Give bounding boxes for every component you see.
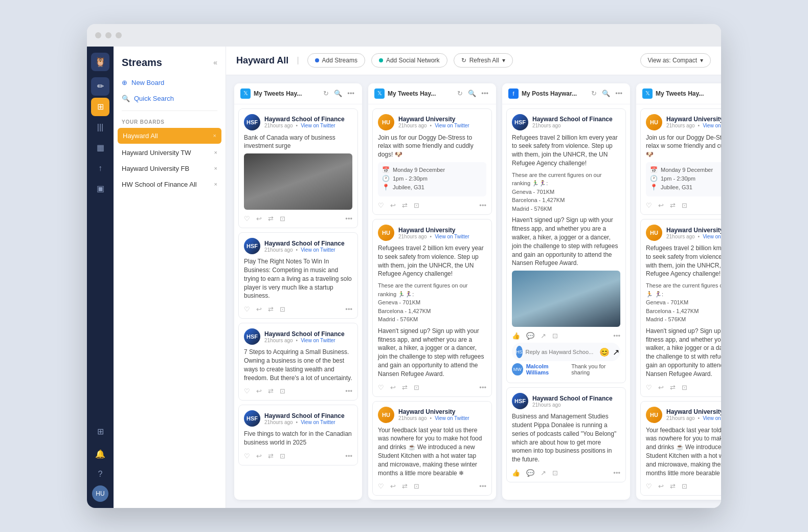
nav-calendar[interactable]: ▦ — [91, 139, 109, 157]
board-close-btn[interactable]: × — [213, 132, 216, 139]
view-on-twitter-link[interactable]: View on Twitter — [301, 419, 335, 425]
retweet-btn[interactable]: ⇄ — [402, 482, 408, 490]
view-on-twitter-link[interactable]: View on Twitter — [703, 415, 721, 421]
heart-btn[interactable]: ♡ — [244, 452, 250, 460]
view-as-btn[interactable]: View as: Compact ▾ — [640, 53, 711, 68]
nav-grid[interactable]: ⊞ — [91, 422, 109, 440]
retweet-btn[interactable]: ⇄ — [268, 305, 274, 313]
col-more-btn[interactable]: ••• — [480, 88, 490, 98]
nav-reports[interactable]: ↑ — [91, 159, 109, 178]
heart-btn[interactable]: ♡ — [244, 387, 250, 395]
more-btn[interactable]: ••• — [613, 469, 620, 477]
nav-bell[interactable]: 🔔 — [91, 445, 109, 463]
emoji-btn[interactable]: 😊 — [599, 347, 610, 357]
col-refresh-btn[interactable]: ↻ — [456, 88, 464, 98]
view-on-twitter-link[interactable]: View on Twitter — [703, 123, 721, 128]
heart-btn[interactable]: ♡ — [244, 305, 250, 313]
reply-btn[interactable]: ↩ — [256, 215, 262, 223]
view-on-twitter-link[interactable]: View on Twitter — [703, 234, 721, 239]
embed-btn[interactable]: ⊡ — [414, 384, 419, 391]
more-btn[interactable]: ••• — [345, 305, 352, 313]
col-search-btn[interactable]: 🔍 — [332, 88, 344, 98]
view-on-twitter-link[interactable]: View on Twitter — [435, 415, 469, 421]
embed-btn[interactable]: ⊡ — [280, 215, 285, 223]
heart-btn[interactable]: ♡ — [244, 215, 250, 223]
send-btn[interactable]: ↗ — [613, 347, 619, 357]
embed-btn[interactable]: ⊡ — [414, 482, 419, 490]
reply-btn[interactable]: ↩ — [256, 452, 262, 460]
reply-btn[interactable]: ↩ — [658, 482, 664, 490]
like-btn[interactable]: 👍 — [512, 469, 520, 477]
embed-btn[interactable]: ⊡ — [414, 202, 419, 209]
col-search-btn[interactable]: 🔍 — [600, 88, 612, 98]
reply-btn[interactable]: ↩ — [256, 305, 262, 313]
embed-btn[interactable]: ⊡ — [280, 452, 285, 460]
heart-btn[interactable]: ♡ — [378, 482, 384, 490]
reply-btn[interactable]: ↩ — [390, 202, 396, 209]
new-board-btn[interactable]: ⊕ New Board — [114, 75, 226, 91]
embed-btn[interactable]: ⊡ — [682, 384, 687, 391]
view-on-twitter-link[interactable]: View on Twitter — [435, 234, 469, 239]
heart-btn[interactable]: ♡ — [646, 202, 652, 209]
view-on-twitter-link[interactable]: View on Twitter — [435, 123, 469, 128]
more-btn[interactable]: ••• — [479, 384, 486, 391]
board-close-btn[interactable]: × — [214, 181, 217, 187]
reply-btn[interactable]: ↩ — [256, 387, 262, 395]
retweet-btn[interactable]: ⇄ — [268, 387, 274, 395]
nav-streams[interactable]: ⊞ — [91, 98, 109, 116]
quick-search-btn[interactable]: 🔍 Quick Search — [114, 91, 226, 106]
heart-btn[interactable]: ♡ — [646, 384, 652, 391]
retweet-btn[interactable]: ⇄ — [402, 384, 408, 391]
heart-btn[interactable]: ♡ — [378, 202, 384, 209]
heart-btn[interactable]: ♡ — [378, 384, 384, 391]
reply-input[interactable] — [526, 349, 596, 355]
more-btn[interactable]: ••• — [345, 387, 352, 395]
col-search-btn[interactable]: 🔍 — [466, 88, 478, 98]
col-refresh-btn[interactable]: ↻ — [590, 88, 598, 98]
heart-btn[interactable]: ♡ — [646, 482, 652, 490]
board-item-hayward-university-fb[interactable]: Hayward University FB × — [114, 161, 226, 176]
embed-btn[interactable]: ⊡ — [552, 469, 558, 477]
retweet-btn[interactable]: ⇄ — [670, 482, 676, 490]
reply-btn[interactable]: ↩ — [658, 202, 664, 209]
col-more-btn[interactable]: ••• — [346, 88, 356, 98]
user-avatar[interactable]: HU — [92, 485, 108, 502]
reply-btn[interactable]: ↩ — [658, 384, 664, 391]
col-refresh-btn[interactable]: ↻ — [322, 88, 330, 98]
embed-btn[interactable]: ⊡ — [682, 482, 687, 490]
retweet-btn[interactable]: ⇄ — [402, 202, 408, 209]
board-close-btn[interactable]: × — [214, 149, 217, 156]
board-item-hayward-all[interactable]: Hayward All × — [118, 128, 221, 144]
comment-btn[interactable]: 💬 — [526, 469, 534, 477]
embed-btn[interactable]: ⊡ — [552, 332, 558, 340]
more-btn[interactable]: ••• — [345, 452, 352, 460]
embed-btn[interactable]: ⊡ — [280, 305, 285, 313]
reply-btn[interactable]: ↩ — [390, 482, 396, 490]
board-item-hayward-university-tw[interactable]: Hayward University TW × — [114, 145, 226, 161]
embed-btn[interactable]: ⊡ — [682, 202, 687, 209]
more-btn[interactable]: ••• — [479, 482, 486, 490]
reply-btn[interactable]: ↩ — [390, 384, 396, 391]
view-on-twitter-link[interactable]: View on Twitter — [301, 338, 335, 343]
embed-btn[interactable]: ⊡ — [280, 387, 285, 395]
retweet-btn[interactable]: ⇄ — [268, 452, 274, 460]
retweet-btn[interactable]: ⇄ — [268, 215, 274, 223]
view-on-twitter-link[interactable]: View on Twitter — [301, 123, 335, 128]
like-btn[interactable]: 👍 — [512, 332, 520, 340]
share-btn[interactable]: ↗ — [541, 332, 546, 340]
retweet-btn[interactable]: ⇄ — [670, 202, 676, 209]
board-item-hw-school-finance[interactable]: HW School of Finance All × — [114, 176, 226, 192]
refresh-all-btn[interactable]: ↻ Refresh All ▾ — [454, 53, 513, 68]
nav-compose[interactable]: ✏ — [91, 77, 109, 96]
nav-analytics-bar[interactable]: ||| — [91, 118, 109, 137]
more-btn[interactable]: ••• — [613, 332, 620, 340]
nav-assets[interactable]: ▣ — [91, 180, 109, 198]
add-social-btn[interactable]: Add Social Network — [371, 53, 447, 68]
more-btn[interactable]: ••• — [479, 202, 486, 209]
nav-help[interactable]: ? — [91, 465, 109, 483]
board-close-btn[interactable]: × — [214, 165, 217, 171]
view-on-twitter-link[interactable]: View on Twitter — [301, 247, 335, 253]
add-streams-btn[interactable]: Add Streams — [307, 53, 365, 68]
col-more-btn[interactable]: ••• — [614, 88, 624, 98]
comment-btn[interactable]: 💬 — [526, 332, 534, 340]
